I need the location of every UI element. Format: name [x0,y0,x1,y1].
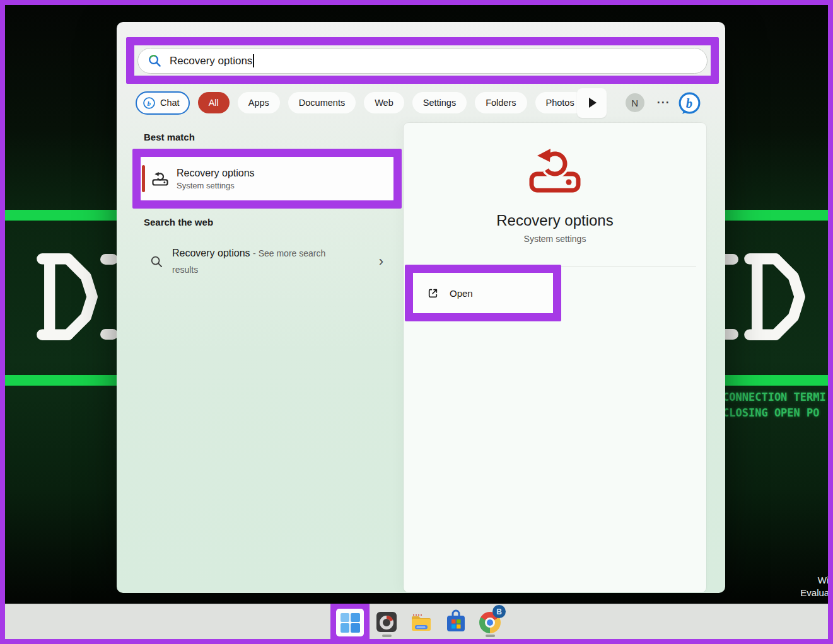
wallpaper-letter-fragment [100,254,118,265]
preview-subtitle: System settings [524,234,586,244]
scroll-tabs-right-button[interactable] [577,88,607,118]
wallpaper-letter-fragment [100,329,118,340]
bing-logo-icon[interactable]: b [678,91,701,115]
tab-apps[interactable]: Apps [238,92,280,113]
web-search-result-item[interactable]: Recovery options - See more search resul… [137,241,388,282]
taskbar-chrome-icon[interactable]: B [479,612,501,633]
taskbar-file-explorer-icon[interactable] [410,612,433,632]
web-query-text: Recovery options [172,248,250,258]
play-arrow-icon [589,98,597,108]
result-title: Recovery options [177,168,255,179]
svg-text:b: b [685,96,692,110]
wallpaper-letter-d-left [35,251,100,343]
wallpaper-terminal-text: CONNECTION TERMI CLOSING OPEN PO [723,389,826,421]
taskbar-ms-store-icon[interactable] [445,609,467,633]
tab-web[interactable]: Web [364,92,404,113]
search-the-web-heading: Search the web [144,217,213,227]
tab-all[interactable]: All [198,92,230,113]
svg-text:b: b [148,99,151,106]
result-preview-panel: Recovery options System settings Open [404,123,706,592]
avatar-initial: N [631,98,638,108]
search-filter-bar: b Chat All Apps Documents Web Settings F… [136,88,701,118]
running-app-indicator [382,635,392,637]
watermark-line: Wind [784,574,833,587]
annotation-box-open: Open [405,265,561,321]
result-subtitle: System settings [177,181,255,190]
tab-folders[interactable]: Folders [475,92,527,113]
start-button[interactable] [336,609,364,636]
terminal-line: CONNECTION TERMI [723,389,826,405]
tab-settings[interactable]: Settings [412,92,467,113]
tab-label: Apps [248,98,269,108]
desktop-screen: CONNECTION TERMI CLOSING OPEN PO Recover… [0,0,833,644]
selection-accent-bar [142,165,145,192]
running-app-indicator [486,635,495,637]
open-label: Open [450,288,473,299]
wallpaper-letter-d-right [743,251,807,343]
chevron-right-icon: › [379,255,383,268]
tab-label: Web [375,98,393,108]
preview-title: Recovery options [496,212,613,229]
tab-label: All [209,98,219,108]
tab-chat[interactable]: b Chat [136,91,190,115]
more-options-button[interactable]: ··· [657,96,670,110]
recovery-options-icon [151,171,169,187]
recovery-options-large-icon [527,145,583,195]
tab-label: Documents [299,98,345,108]
tab-label: Settings [423,98,456,108]
best-match-heading: Best match [144,132,195,142]
annotation-box-best-match: Recovery options System settings [132,149,402,209]
watermark-line: Evaluatio [784,587,833,599]
bing-chat-icon: b [143,96,156,110]
taskbar-gauge-app-icon[interactable] [376,612,397,632]
user-avatar[interactable]: N [626,93,644,112]
tab-documents[interactable]: Documents [288,92,356,113]
terminal-line: CLOSING OPEN PO [723,405,826,421]
annotation-box-search-bar [126,37,719,84]
tab-label: Photos [546,98,574,108]
open-action-button[interactable]: Open [413,273,553,313]
search-flyout-window: Recovery options b Chat All Apps Documen… [117,22,725,593]
tab-label: Folders [486,98,516,108]
open-external-icon [427,287,439,299]
tab-chat-label: Chat [160,98,180,108]
web-search-icon [150,255,163,268]
windows-logo-icon [341,613,360,633]
bing-badge: B [492,605,506,618]
windows-evaluation-watermark: Wind Evaluatio [784,574,833,599]
best-match-result-item[interactable]: Recovery options System settings [141,157,393,200]
